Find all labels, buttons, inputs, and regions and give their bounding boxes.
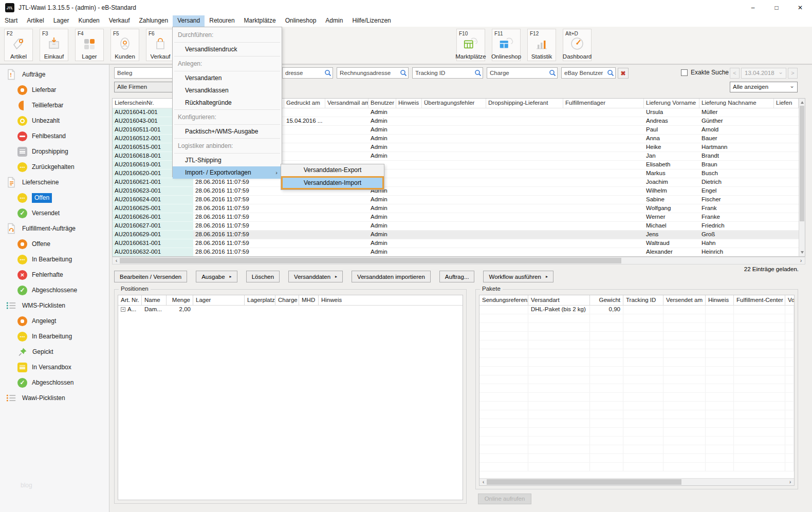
pakete-column-vor-liefer[interactable]: Vor. Liefer	[785, 295, 794, 305]
menubar-item-retouren[interactable]: Retouren	[205, 15, 239, 27]
positionen-column-lager[interactable]: Lager	[193, 295, 245, 305]
toolbar-button-artikel[interactable]: F2Artikel	[4, 29, 33, 61]
toolbar-button-statistik[interactable]: F12Statistik	[527, 29, 556, 61]
table-row[interactable]: AU20160624-00128.06.2016 11:07:59AdminSa…	[113, 196, 799, 204]
sidebar-item-in-versandbox[interactable]: In Versandbox	[0, 359, 109, 375]
menubar-item-admin[interactable]: Admin	[321, 15, 347, 27]
sidebar-item-angelegt[interactable]: Angelegt	[0, 313, 109, 329]
pakete-row[interactable]: DHL-Paket (bis 2 kg)0,90	[479, 306, 794, 314]
column-header-hinweis[interactable]: Hinweis	[396, 99, 422, 108]
sidebar-item-dropshipping[interactable]: Dropshipping	[0, 144, 109, 159]
column-header-lieferung-vorname[interactable]: Lieferung Vorname	[644, 99, 699, 108]
positionen-column-charge[interactable]: Charge	[275, 295, 299, 305]
sidebar-item-abgeschlossen[interactable]: Abgeschlossen	[0, 375, 109, 390]
menu-item-versandlistendruck[interactable]: Versandlistendruck	[173, 43, 282, 55]
close-button[interactable]: ✕	[788, 0, 812, 15]
column-header-lieferung-nachname[interactable]: Lieferung Nachname	[699, 99, 774, 108]
sidebar-item-in-bearbeitung[interactable]: In Bearbeitung	[0, 252, 109, 267]
submenu-item-versanddaten-import[interactable]: Versanddaten-Import	[281, 176, 384, 189]
action-button-versanddaten-importieren[interactable]: Versanddaten importieren	[352, 271, 431, 282]
menubar-item-onlineshop[interactable]: Onlineshop	[281, 15, 321, 27]
menu-item-versandarten[interactable]: Versandarten	[173, 72, 282, 84]
sidebar-item-gepickt[interactable]: Gepickt	[0, 344, 109, 359]
sidebar-item-zurückgehalten[interactable]: Zurückgehalten	[0, 159, 109, 175]
sidebar-item-in-bearbeitung[interactable]: In Bearbeitung	[0, 329, 109, 344]
positionen-column-hinweis[interactable]: Hinweis	[319, 295, 463, 305]
menu-item-jtl-shipping[interactable]: JTL-Shipping	[173, 154, 282, 166]
pakete-scrollbar-thumb[interactable]	[487, 479, 681, 485]
horizontal-scrollbar-thumb[interactable]	[120, 258, 621, 263]
sidebar-item-offen[interactable]: Offen	[0, 190, 109, 205]
menubar-item-versand[interactable]: Versand	[173, 15, 205, 27]
menubar-item-hilfe-lizenzen[interactable]: Hilfe/Lizenzen	[347, 15, 395, 27]
action-button-bearbeiten-versenden[interactable]: Bearbeiten / Versenden	[114, 271, 187, 282]
pakete-column-versendet-am[interactable]: Versendet am	[663, 295, 706, 305]
charge-search-input[interactable]	[487, 67, 558, 79]
action-button-ausgabe[interactable]: Ausgabe▸	[196, 271, 237, 282]
vertical-scrollbar[interactable]	[799, 98, 805, 257]
sidebar-item-fehlbestand[interactable]: Fehlbestand	[0, 128, 109, 144]
action-button-versanddaten[interactable]: Versanddaten▸	[288, 271, 343, 282]
menu-item-import-exportvorlagen[interactable]: Import- / Exportvorlagen›	[173, 166, 282, 179]
toolbar-button-kunden[interactable]: F5Kunden	[110, 29, 139, 61]
online-aufrufen-button[interactable]: Online aufrufen	[478, 494, 531, 504]
toolbar-button-onlineshop[interactable]: F11Onlineshop	[492, 29, 521, 61]
table-row[interactable]: AU20160631-00128.06.2016 11:07:59AdminWa…	[113, 239, 799, 248]
sidebar-section-wawi-picklisten[interactable]: Wawi-Picklisten	[0, 390, 109, 406]
menu-item-rückhaltegründe[interactable]: Rückhaltegründe	[173, 97, 282, 109]
pakete-column-fulfillment-center[interactable]: Fulfillment-Center	[734, 295, 785, 305]
sidebar-section-fulfillment-aufträge[interactable]: Fulfillment-Aufträge	[0, 221, 109, 236]
vertical-scrollbar-thumb[interactable]	[800, 106, 804, 221]
pakete-column-gewicht[interactable]: Gewicht	[590, 295, 623, 305]
table-row[interactable]: AU20160632-00128.06.2016 11:07:59AdminAl…	[113, 248, 799, 257]
minimize-button[interactable]: –	[741, 0, 765, 15]
sidebar-item-versendet[interactable]: Versendet	[0, 205, 109, 221]
action-button-löschen[interactable]: Löschen	[246, 271, 280, 282]
positionen-column-lagerplatz[interactable]: Lagerplatz	[245, 295, 275, 305]
toolbar-button-lager[interactable]: F4Lager	[75, 29, 104, 61]
pakete-column-versandart[interactable]: Versandart	[528, 295, 590, 305]
table-row[interactable]: AU20160629-00128.06.2016 11:07:59AdminJe…	[113, 231, 799, 239]
sidebar-item-lieferbar[interactable]: Lieferbar	[0, 82, 109, 98]
menubar-item-verkauf[interactable]: Verkauf	[104, 15, 135, 27]
clear-filters-button[interactable]: ✖	[618, 68, 629, 79]
tracking-id-search-input[interactable]	[412, 67, 483, 79]
column-header-dropshipping-lieferant[interactable]: Dropshipping-Lieferant	[486, 99, 563, 108]
pakete-column-sendungsreferenz[interactable]: Sendungsreferenz	[479, 295, 528, 305]
scroll-left-icon[interactable]: ‹	[480, 479, 487, 485]
menubar-item-kunden[interactable]: Kunden	[73, 15, 104, 27]
sidebar-item-fehlerhafte[interactable]: Fehlerhafte	[0, 267, 109, 282]
sidebar-item-unbezahlt[interactable]: Unbezahlt	[0, 113, 109, 128]
date-prev-button[interactable]: <	[730, 68, 740, 79]
menubar-item-start[interactable]: Start	[0, 15, 22, 27]
expand-icon[interactable]: +	[121, 307, 125, 312]
column-header-gedruckt-am[interactable]: Gedruckt am	[284, 99, 325, 108]
sidebar-section-lieferscheine[interactable]: Lieferscheine	[0, 175, 109, 190]
positionen-column-name[interactable]: Name	[142, 295, 167, 305]
pakete-column-hinweis[interactable]: Hinweis	[706, 295, 734, 305]
sidebar-item-teillieferbar[interactable]: Teillieferbar	[0, 98, 109, 113]
table-row[interactable]: AU20160625-00128.06.2016 11:07:59AdminWo…	[113, 204, 799, 213]
toolbar-button-verkauf[interactable]: F6Verkauf	[146, 29, 175, 61]
menubar-item-marktplätze[interactable]: Marktplätze	[239, 15, 281, 27]
submenu-item-versanddaten-export[interactable]: Versanddaten-Export	[281, 164, 384, 176]
menubar-item-zahlungen[interactable]: Zahlungen	[134, 15, 173, 27]
menu-item-versandklassen[interactable]: Versandklassen	[173, 84, 282, 97]
date-next-button[interactable]: >	[788, 68, 798, 79]
sidebar-item-offene[interactable]: Offene	[0, 236, 109, 252]
rechnungsadresse-search-input[interactable]	[337, 67, 409, 79]
scroll-right-icon[interactable]: ›	[798, 257, 804, 264]
menu-item-packtisch-wms-ausgabe[interactable]: Packtisch+/WMS-Ausgabe	[173, 125, 282, 138]
scroll-right-icon[interactable]: ›	[787, 479, 793, 485]
column-header-versandmail-am[interactable]: Versandmail am	[325, 99, 368, 108]
column-header-übertragungsfehler[interactable]: Übertragungsfehler	[422, 99, 486, 108]
pakete-horizontal-scrollbar[interactable]: ‹ ›	[479, 478, 794, 485]
toolbar-button-marktplätze[interactable]: F10Marktplätze	[456, 29, 485, 61]
anzeigen-filter-dropdown[interactable]: Alle anzeigen	[730, 82, 798, 92]
scroll-left-icon[interactable]: ‹	[113, 257, 120, 264]
menubar-item-lager[interactable]: Lager	[49, 15, 74, 27]
exakte-suche-checkbox[interactable]	[681, 69, 688, 76]
date-filter-dropdown[interactable]: 13.04.2018	[741, 68, 786, 79]
sidebar-section-wms-picklisten[interactable]: WMS-Picklisten	[0, 298, 109, 313]
toolbar-button-einkauf[interactable]: F3Einkauf	[40, 29, 68, 61]
